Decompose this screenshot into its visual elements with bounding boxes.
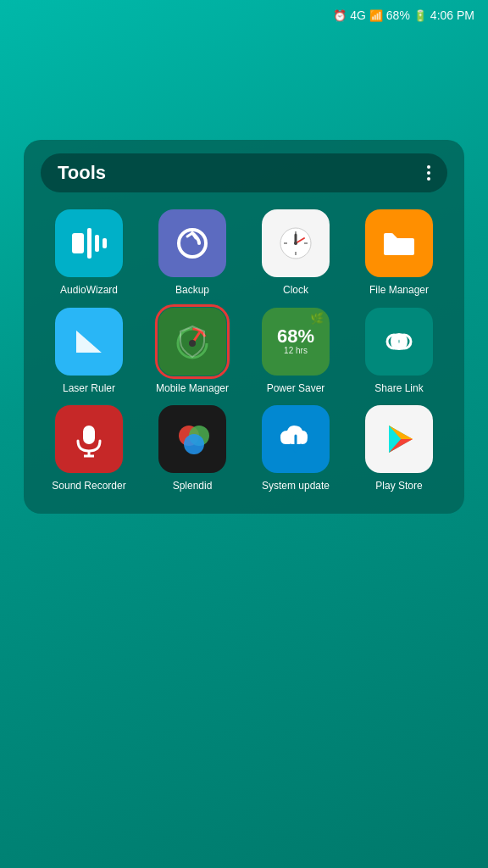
folder-title: Tools: [58, 162, 106, 184]
app-soundrecorder[interactable]: Sound Recorder: [41, 405, 137, 493]
app-backup[interactable]: Backup: [144, 209, 241, 298]
clock-icon: [262, 209, 330, 277]
backup-icon: [158, 209, 226, 277]
systemupdate-label: System update: [262, 480, 330, 493]
battery-percent: 68%: [386, 8, 410, 22]
svg-rect-1: [87, 228, 92, 259]
app-grid: AudioWizard Backup: [41, 209, 447, 493]
powersaver-percent: 68%: [277, 327, 314, 346]
status-bar: ⏰ 4G 📶 68% 🔋 4:06 PM: [0, 0, 488, 31]
time: 4:06 PM: [430, 8, 474, 22]
app-mobilemanager[interactable]: Mobile Manager: [144, 308, 241, 396]
systemupdate-icon: [262, 405, 330, 473]
filemanager-icon: [365, 209, 433, 277]
folder-header: Tools: [41, 153, 447, 192]
folder-menu-button[interactable]: [427, 165, 430, 181]
svg-rect-3: [103, 238, 107, 248]
app-clock[interactable]: Clock: [247, 209, 344, 298]
laserrule-icon: [55, 308, 123, 376]
sharelink-label: Share Link: [374, 382, 423, 396]
svg-marker-13: [75, 330, 103, 353]
splendid-icon: [158, 405, 226, 473]
audiowizard-icon: [55, 209, 123, 277]
app-playstore[interactable]: Play Store: [351, 405, 447, 493]
svg-point-19: [189, 340, 196, 347]
sharelink-icon: [365, 308, 433, 376]
soundrecorder-icon: [55, 405, 123, 473]
svg-rect-23: [83, 426, 95, 444]
laserrule-label: Laser Ruler: [63, 382, 115, 396]
soundrecorder-label: Sound Recorder: [52, 480, 125, 493]
battery-icon: 🔋: [413, 9, 427, 22]
svg-rect-0: [72, 233, 84, 253]
playstore-label: Play Store: [375, 480, 422, 493]
filemanager-label: File Manager: [369, 284, 429, 298]
app-sharelink[interactable]: Share Link: [351, 308, 447, 396]
clock-label: Clock: [283, 284, 308, 298]
tools-folder: Tools AudioWizard: [24, 140, 464, 514]
audiowizard-label: AudioWizard: [60, 284, 118, 298]
splendid-label: Splendid: [173, 480, 213, 493]
app-powersaver[interactable]: 🌿 68% 12 hrs Power Saver: [247, 308, 344, 396]
app-laserrule[interactable]: Laser Ruler: [41, 308, 137, 396]
svg-point-28: [184, 434, 204, 454]
alarm-icon: ⏰: [333, 9, 347, 22]
network-4g: 4G: [350, 8, 366, 22]
app-systemupdate[interactable]: System update: [247, 405, 344, 493]
signal-icon: 📶: [369, 9, 383, 22]
app-filemanager[interactable]: File Manager: [351, 209, 447, 298]
app-splendid[interactable]: Splendid: [144, 405, 241, 493]
playstore-icon: [365, 405, 433, 473]
powersaver-icon: 🌿 68% 12 hrs: [262, 308, 330, 376]
mobilemanager-label: Mobile Manager: [156, 382, 229, 396]
mobilemanager-icon: [158, 308, 226, 376]
backup-label: Backup: [175, 284, 209, 298]
powersaver-hours: 12 hrs: [284, 346, 308, 355]
svg-point-12: [294, 242, 297, 245]
status-icons: ⏰ 4G 📶 68% 🔋 4:06 PM: [333, 8, 474, 22]
app-audiowizard[interactable]: AudioWizard: [41, 209, 137, 298]
svg-rect-2: [95, 235, 99, 252]
powersaver-label: Power Saver: [267, 382, 325, 396]
